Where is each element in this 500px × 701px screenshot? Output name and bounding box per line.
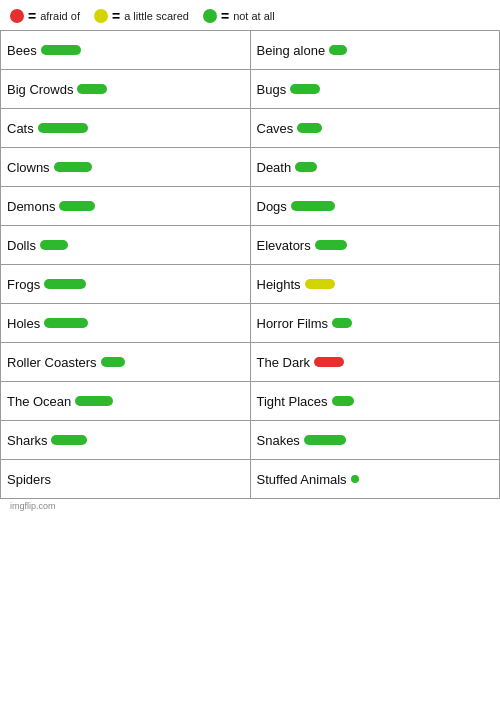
cell-left-6: Frogs	[1, 265, 251, 303]
cell-label: Being alone	[257, 43, 326, 58]
legend-not-at-all: = not at all	[203, 8, 275, 24]
green-circle	[203, 9, 217, 23]
fear-mark	[59, 201, 95, 211]
cell-left-2: Cats	[1, 109, 251, 147]
fear-mark	[44, 279, 86, 289]
cell-label: Elevators	[257, 238, 311, 253]
table-row: Big CrowdsBugs	[1, 70, 500, 109]
watermark: imgflip.com	[0, 499, 500, 513]
cell-right-3: Death	[251, 148, 501, 186]
cell-left-10: Sharks	[1, 421, 251, 459]
fear-mark	[297, 123, 322, 133]
legend: = afraid of = a little scared = not at a…	[0, 0, 500, 30]
cell-label: Dolls	[7, 238, 36, 253]
cell-left-8: Roller Coasters	[1, 343, 251, 381]
cell-right-0: Being alone	[251, 31, 501, 69]
fear-mark	[44, 318, 88, 328]
cell-left-9: The Ocean	[1, 382, 251, 420]
fear-mark	[332, 318, 352, 328]
cell-left-3: Clowns	[1, 148, 251, 186]
cell-label: Snakes	[257, 433, 300, 448]
fear-mark	[290, 84, 320, 94]
cell-label: The Dark	[257, 355, 310, 370]
fear-mark	[291, 201, 335, 211]
yellow-circle	[94, 9, 108, 23]
table-row: Roller CoastersThe Dark	[1, 343, 500, 382]
cell-label: Holes	[7, 316, 40, 331]
legend-little-scared-label: a little scared	[124, 10, 189, 22]
cell-left-5: Dolls	[1, 226, 251, 264]
fear-mark	[75, 396, 113, 406]
cell-right-5: Elevators	[251, 226, 501, 264]
cell-label: Big Crowds	[7, 82, 73, 97]
fear-mark	[329, 45, 347, 55]
cell-right-6: Heights	[251, 265, 501, 303]
table-row: The OceanTight Places	[1, 382, 500, 421]
fear-mark	[41, 45, 81, 55]
cell-label: Roller Coasters	[7, 355, 97, 370]
table-row: HolesHorror Films	[1, 304, 500, 343]
cell-label: Death	[257, 160, 292, 175]
table-row: SpidersStuffed Animals	[1, 460, 500, 499]
cell-left-1: Big Crowds	[1, 70, 251, 108]
cell-right-10: Snakes	[251, 421, 501, 459]
cell-left-4: Demons	[1, 187, 251, 225]
fear-mark	[38, 123, 88, 133]
table-row: FrogsHeights	[1, 265, 500, 304]
cell-left-11: Spiders	[1, 460, 251, 498]
table-row: DemonsDogs	[1, 187, 500, 226]
green-dot	[351, 475, 359, 483]
table-row: SharksSnakes	[1, 421, 500, 460]
table-row: ClownsDeath	[1, 148, 500, 187]
cell-right-7: Horror Films	[251, 304, 501, 342]
cell-label: Cats	[7, 121, 34, 136]
cell-label: Dogs	[257, 199, 287, 214]
cell-right-1: Bugs	[251, 70, 501, 108]
cell-label: Bugs	[257, 82, 287, 97]
cell-right-11: Stuffed Animals	[251, 460, 501, 498]
legend-not-at-all-label: not at all	[233, 10, 275, 22]
cell-label: Demons	[7, 199, 55, 214]
fear-mark	[332, 396, 354, 406]
fear-mark	[295, 162, 317, 172]
table-row: CatsCaves	[1, 109, 500, 148]
cell-label: Frogs	[7, 277, 40, 292]
cell-label: Sharks	[7, 433, 47, 448]
cell-label: Caves	[257, 121, 294, 136]
cell-left-0: Bees	[1, 31, 251, 69]
table-row: DollsElevators	[1, 226, 500, 265]
cell-label: The Ocean	[7, 394, 71, 409]
fear-mark	[77, 84, 107, 94]
legend-afraid: = afraid of	[10, 8, 80, 24]
cell-label: Heights	[257, 277, 301, 292]
fear-mark	[40, 240, 68, 250]
cell-label: Bees	[7, 43, 37, 58]
cell-right-8: The Dark	[251, 343, 501, 381]
fear-mark	[305, 279, 335, 289]
cell-label: Spiders	[7, 472, 51, 487]
fear-mark	[304, 435, 346, 445]
red-circle	[10, 9, 24, 23]
cell-label: Horror Films	[257, 316, 329, 331]
cell-label: Tight Places	[257, 394, 328, 409]
cell-left-7: Holes	[1, 304, 251, 342]
cell-right-4: Dogs	[251, 187, 501, 225]
fear-mark	[101, 357, 125, 367]
legend-little-scared: = a little scared	[94, 8, 189, 24]
cell-right-9: Tight Places	[251, 382, 501, 420]
cell-label: Clowns	[7, 160, 50, 175]
legend-afraid-label: afraid of	[40, 10, 80, 22]
cell-right-2: Caves	[251, 109, 501, 147]
fear-mark	[315, 240, 347, 250]
fear-mark	[51, 435, 87, 445]
fear-grid: BeesBeing aloneBig CrowdsBugsCatsCavesCl…	[0, 30, 500, 499]
fear-mark	[314, 357, 344, 367]
cell-label: Stuffed Animals	[257, 472, 347, 487]
table-row: BeesBeing alone	[1, 31, 500, 70]
fear-mark	[54, 162, 92, 172]
